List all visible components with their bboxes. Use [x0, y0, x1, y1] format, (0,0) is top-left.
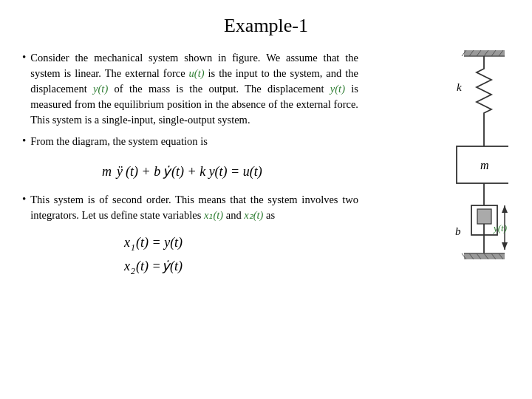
spring-label: k — [457, 81, 462, 93]
yt-arrow-head-top — [502, 205, 508, 213]
bullet-2-text: From the diagram, the system equation is — [30, 134, 208, 149]
equations-2-3: x 1 (t) = y(t) x 2 (t) = ẏ (t) — [22, 229, 358, 280]
mechanical-system-diagram: k u(t) m b — [368, 50, 508, 324]
content-area: • Consider the mechanical system shown i… — [22, 50, 510, 324]
diagram-column: k u(t) m b — [366, 50, 510, 324]
damper-label: b — [455, 225, 461, 237]
svg-text:(t) + b: (t) + b — [126, 164, 160, 180]
bullet-dot-1: • — [22, 51, 26, 128]
yt-arrow-head-bottom — [502, 242, 508, 250]
bullet-3-text: This system is of second order. This mea… — [30, 192, 358, 223]
yt-1: y(t) — [93, 83, 108, 95]
equation-1-svg: m ÿ (t) + b ẏ (t) + k y(t) = u(t) — [95, 155, 287, 183]
bullet-2: • From the diagram, the system equation … — [22, 134, 358, 149]
damper-inner — [477, 209, 491, 224]
svg-text:2: 2 — [131, 266, 135, 276]
page-title: Example-1 — [22, 15, 510, 37]
state-equations-svg: x 1 (t) = y(t) x 2 (t) = ẏ (t) — [109, 229, 272, 277]
ut-1: u(t) — [189, 67, 205, 79]
x2t: x₂(t) — [244, 209, 263, 221]
svg-text:(t) = y(t): (t) = y(t) — [136, 235, 183, 250]
svg-text:(t): (t) — [170, 259, 183, 274]
bullet-3: • This system is of second order. This m… — [22, 192, 358, 223]
text-column: • Consider the mechanical system shown i… — [22, 50, 366, 324]
page: Example-1 • Consider the mechanical syst… — [0, 0, 532, 399]
bullet-1: • Consider the mechanical system shown i… — [22, 50, 358, 128]
svg-text:x: x — [123, 235, 130, 250]
bullet-1-text: Consider the mechanical system shown in … — [30, 50, 358, 128]
bullet-dot-3: • — [22, 193, 26, 223]
yt-2: y(t) — [330, 83, 345, 95]
svg-text:1: 1 — [131, 242, 135, 253]
svg-text:(t) + k y(t) = u(t): (t) + k y(t) = u(t) — [171, 164, 262, 180]
svg-text:(t) =: (t) = — [136, 259, 161, 274]
mass-label: m — [480, 159, 489, 171]
svg-text:ÿ: ÿ — [115, 164, 123, 179]
yt-label: y(t) — [492, 222, 507, 233]
svg-text:m: m — [102, 164, 112, 179]
x1t: x₁(t) — [204, 209, 223, 221]
equation-1: m ÿ (t) + b ẏ (t) + k y(t) = u(t) — [22, 155, 358, 186]
spring — [477, 56, 491, 124]
svg-text:x: x — [123, 259, 130, 273]
bullet-dot-2: • — [22, 134, 26, 149]
